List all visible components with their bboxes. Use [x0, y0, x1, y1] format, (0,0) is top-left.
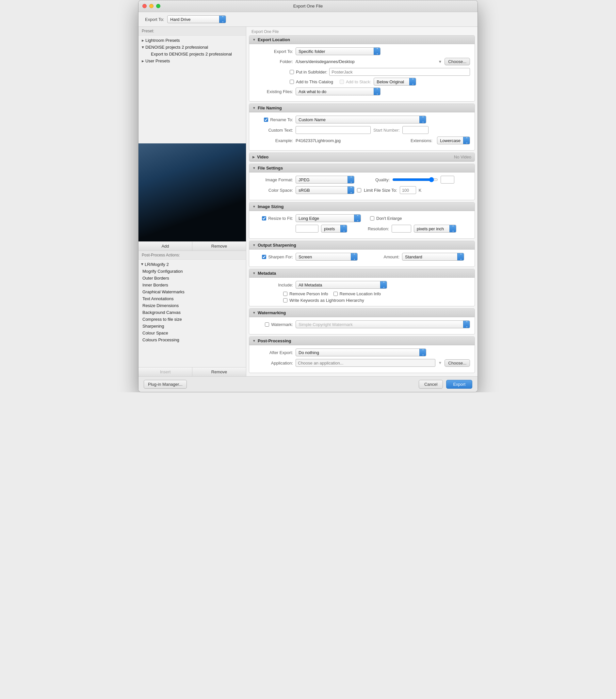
rename-to-dropdown[interactable]: Custom Name ⌃⌄	[296, 116, 426, 123]
sharpen-for-arrow[interactable]: ⌃⌄	[351, 253, 357, 260]
add-catalog-label[interactable]: Add to This Catalog	[296, 79, 333, 84]
subfolder-checkbox[interactable]	[290, 70, 294, 74]
color-space-dropdown[interactable]: sRGB ⌃⌄	[296, 186, 354, 194]
limit-size-input[interactable]	[400, 186, 416, 194]
rename-checkbox[interactable]	[264, 118, 268, 122]
custom-text-input[interactable]: P4162337Lightroom	[296, 126, 371, 134]
application-input[interactable]	[296, 359, 435, 367]
plugin-manager-button[interactable]: Plug-in Manager...	[144, 380, 187, 389]
remove-location-checkbox[interactable]	[333, 292, 338, 296]
post-item-mogrify-config[interactable]: Mogrify Configuration	[139, 268, 246, 275]
post-item-sharpening[interactable]: Sharpening	[139, 323, 246, 330]
preset-user[interactable]: ▶ User Presets	[139, 57, 246, 64]
post-item-colour-space[interactable]: Colour Space	[139, 330, 246, 337]
limit-size-label[interactable]: Limit File Size To:	[364, 188, 397, 193]
maximize-button[interactable]	[156, 4, 160, 8]
sharpen-for-dropdown[interactable]: Screen ⌃⌄	[296, 253, 358, 261]
watermark-checkbox[interactable]	[265, 322, 269, 327]
add-stack-checkbox[interactable]	[340, 80, 344, 84]
resize-fit-checkbox[interactable]	[262, 216, 266, 221]
section-collapse-icon[interactable]: ▼	[252, 38, 256, 41]
size-value-input[interactable]: 1,200	[296, 225, 318, 233]
extensions-arrow[interactable]: ⌃⌄	[463, 137, 470, 144]
below-original-dropdown[interactable]: Below Original ⌃⌄	[373, 78, 416, 85]
resolution-unit-dropdown[interactable]: pixels per inch ⌃⌄	[414, 225, 456, 233]
section-collapse-icon[interactable]: ▼	[252, 272, 256, 275]
minimize-button[interactable]	[149, 4, 154, 8]
export-to-arrow[interactable]: ⌃⌄	[219, 16, 226, 23]
watermark-dropdown[interactable]: Simple Copyright Watermark ⌃⌄	[296, 320, 470, 328]
choose-folder-button[interactable]: Choose...	[445, 58, 470, 65]
amount-dropdown[interactable]: Standard ⌃⌄	[402, 253, 464, 261]
watermark-arrow[interactable]: ⌃⌄	[463, 321, 470, 328]
post-item-graphical-watermarks[interactable]: Graphical Watermarks	[139, 288, 246, 295]
dont-enlarge-checkbox[interactable]	[370, 216, 374, 221]
quality-value-input[interactable]: 90	[441, 176, 454, 184]
after-export-arrow[interactable]: ⌃⌄	[419, 349, 426, 356]
start-number-input[interactable]	[402, 126, 429, 134]
color-space-arrow[interactable]: ⌃⌄	[348, 186, 354, 194]
post-tree-lrmogrify[interactable]: ▶ LR/Mogrify 2	[139, 261, 246, 268]
sharpen-for-checkbox[interactable]	[262, 255, 266, 259]
limit-size-checkbox[interactable]	[357, 188, 361, 193]
post-item-inner-borders[interactable]: Inner Borders	[139, 281, 246, 288]
write-keywords-checkbox[interactable]	[283, 298, 287, 302]
remove-location-label[interactable]: Remove Location Info	[340, 291, 381, 296]
post-item-colours-processing[interactable]: Colours Processing	[139, 337, 246, 343]
choose-app-button[interactable]: Choose...	[445, 359, 470, 367]
add-catalog-checkbox[interactable]	[290, 80, 294, 84]
write-keywords-label[interactable]: Write Keywords as Lightroom Hierarchy	[289, 298, 364, 303]
post-item-compress-file-size[interactable]: Compress to file size	[139, 316, 246, 323]
remove-person-checkbox[interactable]	[283, 292, 287, 296]
size-unit-arrow[interactable]: ⌃⌄	[340, 225, 347, 232]
post-item-outer-borders[interactable]: Outer Borders	[139, 275, 246, 281]
existing-files-dropdown[interactable]: Ask what to do ⌃⌄	[296, 88, 380, 95]
resolution-value-input[interactable]: 240	[392, 225, 411, 233]
resize-fit-arrow[interactable]: ⌃⌄	[354, 215, 361, 222]
export-button[interactable]: Export	[446, 380, 472, 389]
include-dropdown[interactable]: All Metadata ⌃⌄	[296, 281, 387, 289]
section-collapse-icon[interactable]: ▼	[252, 166, 256, 170]
resize-fit-dropdown[interactable]: Long Edge ⌃⌄	[296, 214, 361, 222]
write-keywords-row: Write Keywords as Lightroom Hierarchy	[283, 298, 470, 303]
subfolder-input[interactable]	[329, 68, 470, 76]
below-original-arrow[interactable]: ⌃⌄	[409, 78, 416, 85]
size-unit-dropdown[interactable]: pixels ⌃⌄	[321, 225, 347, 233]
section-collapse-icon[interactable]: ▼	[252, 205, 256, 208]
remove-post-button[interactable]: Remove	[192, 368, 246, 376]
existing-files-arrow[interactable]: ⌃⌄	[373, 88, 380, 95]
dont-enlarge-label[interactable]: Don't Enlarge	[376, 216, 402, 221]
tree-arrow-icon: ▶	[141, 263, 144, 266]
preset-lightroom[interactable]: ▶ Lightroom Presets	[139, 37, 246, 44]
post-item-background-canvas[interactable]: Background Canvas	[139, 309, 246, 316]
quality-slider[interactable]	[392, 177, 438, 182]
cancel-button[interactable]: Cancel	[419, 380, 443, 389]
remove-person-label[interactable]: Remove Person Info	[289, 291, 328, 296]
amount-arrow[interactable]: ⌃⌄	[457, 253, 464, 260]
remove-preset-button[interactable]: Remove	[192, 242, 246, 251]
insert-post-button[interactable]: Insert	[139, 368, 192, 376]
close-button[interactable]	[142, 4, 147, 8]
image-format-arrow[interactable]: ⌃⌄	[348, 176, 354, 183]
add-preset-button[interactable]: Add	[139, 242, 192, 251]
resolution-unit-arrow[interactable]: ⌃⌄	[449, 225, 456, 232]
preset-denoise-export[interactable]: Export to DENOISE projects 2 professiona…	[139, 51, 246, 57]
export-to-dropdown[interactable]: Hard Drive ⌃⌄	[167, 15, 226, 23]
after-export-dropdown[interactable]: Do nothing ⌃⌄	[296, 348, 426, 356]
rename-to-arrow[interactable]: ⌃⌄	[419, 116, 426, 123]
extensions-dropdown[interactable]: Lowercase ⌃⌄	[437, 136, 470, 144]
export-to-field-dropdown[interactable]: Specific folder ⌃⌄	[296, 47, 380, 55]
preset-denoise[interactable]: ▶ DENOISE projects 2 professional	[139, 44, 246, 51]
section-collapse-icon[interactable]: ▶	[252, 155, 255, 159]
subfolder-label[interactable]: Put in Subfolder:	[296, 69, 327, 75]
post-item-text-annotations[interactable]: Text Annotations	[139, 295, 246, 302]
section-collapse-icon[interactable]: ▼	[252, 311, 256, 315]
section-title-file-naming: File Naming	[258, 106, 282, 110]
section-collapse-icon[interactable]: ▼	[252, 106, 256, 110]
post-item-resize-dimensions[interactable]: Resize Dimensions	[139, 302, 246, 309]
section-collapse-icon[interactable]: ▼	[252, 243, 256, 247]
include-arrow[interactable]: ⌃⌄	[380, 281, 387, 288]
export-to-field-arrow[interactable]: ⌃⌄	[373, 48, 380, 55]
section-collapse-icon[interactable]: ▼	[252, 339, 256, 343]
image-format-dropdown[interactable]: JPEG ⌃⌄	[296, 176, 354, 184]
